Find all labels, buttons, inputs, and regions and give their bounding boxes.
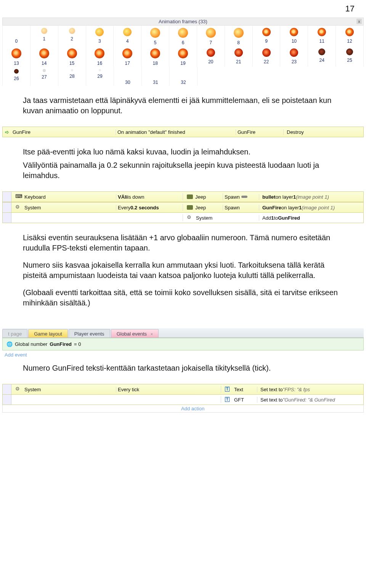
animation-frame-cell[interactable]: 4 bbox=[114, 26, 141, 46]
frame-number: 18 bbox=[141, 61, 169, 66]
event-sheet-block: Keyboard VÄli is down Jeep Spawn bullet … bbox=[2, 191, 364, 223]
gear-icon bbox=[15, 386, 22, 393]
frame-sprite bbox=[290, 48, 298, 57]
event-action-text: Destroy bbox=[287, 129, 304, 135]
frame-number: 32 bbox=[170, 80, 197, 85]
action-layer: 1 bbox=[299, 205, 302, 210]
global-variable-area: Global number GunFired = 0 bbox=[2, 338, 364, 350]
action-object: Jeep bbox=[195, 205, 206, 210]
frame-number: 10 bbox=[280, 39, 308, 44]
animation-frame-cell[interactable]: 13 bbox=[2, 46, 30, 67]
action-tail: (image point 1) bbox=[302, 205, 335, 210]
frame-sprite bbox=[69, 28, 75, 34]
event-arrow-icon: ➪ bbox=[3, 129, 11, 135]
animation-frame-cell[interactable]: 10 bbox=[280, 26, 308, 46]
frame-number: 31 bbox=[142, 80, 169, 85]
frame-number: 22 bbox=[253, 59, 280, 64]
event-gutter bbox=[3, 213, 11, 223]
animation-frame-cell[interactable]: 11 bbox=[308, 26, 336, 46]
action-text: Set text to bbox=[260, 397, 283, 403]
global-var-name: GunFired bbox=[50, 341, 72, 347]
paragraph: Ja taas varmistetaan että läpinäkyvä ele… bbox=[23, 95, 343, 116]
animation-frame-cell[interactable]: 15 bbox=[58, 46, 86, 67]
paragraph: Välilyöntiä painamalla ja 0.2 sekunnin r… bbox=[23, 160, 343, 181]
animation-frame-cell[interactable]: 30 bbox=[114, 67, 142, 86]
frame-sprite bbox=[262, 28, 271, 36]
animation-frame-cell[interactable]: 5 bbox=[141, 26, 169, 46]
frame-sprite bbox=[206, 28, 216, 38]
frame-sprite bbox=[207, 48, 215, 57]
animation-frame-cell[interactable]: 19 bbox=[169, 46, 197, 67]
animation-frames-panel: Animation frames (33) x 0123456789101112… bbox=[2, 18, 364, 86]
animation-frame-cell[interactable]: 29 bbox=[86, 67, 114, 86]
frame-number: 29 bbox=[86, 74, 114, 79]
add-action-link[interactable]: Add action bbox=[2, 405, 364, 413]
keyboard-icon bbox=[15, 193, 22, 200]
paragraph: (Globaali eventti tarkoittaa sitä, että … bbox=[23, 288, 343, 308]
frame-number: 26 bbox=[3, 76, 30, 81]
tab-close-icon[interactable]: × bbox=[151, 332, 153, 336]
animation-frame-cell[interactable]: 25 bbox=[336, 46, 364, 67]
animation-frame-cell[interactable]: 18 bbox=[141, 46, 169, 67]
text-icon bbox=[225, 396, 232, 403]
page-number: 17 bbox=[0, 0, 366, 14]
frame-sprite bbox=[122, 48, 132, 58]
frame-number: 2 bbox=[58, 36, 86, 42]
animation-frame-cell[interactable]: 6 bbox=[169, 26, 197, 46]
animation-frames-title: Animation frames (33) bbox=[159, 19, 207, 24]
action-tail: (image point 1) bbox=[296, 194, 329, 200]
animation-frame-cell[interactable]: 24 bbox=[308, 46, 336, 67]
animation-frame-cell[interactable]: 1 bbox=[30, 26, 58, 46]
frame-sprite bbox=[178, 48, 188, 58]
tab-trimmed[interactable]: t page bbox=[2, 329, 27, 337]
animation-frame-cell[interactable]: 26 bbox=[2, 67, 30, 86]
animation-frame-cell[interactable]: 17 bbox=[114, 46, 141, 67]
animation-frame-cell[interactable]: 23 bbox=[280, 46, 308, 67]
paragraph: Lisäksi eventin seurauksena lisätään +1 … bbox=[23, 233, 343, 253]
animation-frame-cell[interactable]: 28 bbox=[58, 67, 86, 86]
animation-frame-cell[interactable]: 12 bbox=[336, 26, 364, 46]
frame-sprite bbox=[41, 28, 47, 34]
animation-frame-cell[interactable]: 2 bbox=[58, 26, 86, 46]
animation-frame-cell[interactable]: 7 bbox=[197, 26, 225, 46]
global-var-prefix: Global number bbox=[15, 341, 47, 347]
frame-number: 9 bbox=[253, 39, 280, 44]
animation-frame-cell[interactable]: 9 bbox=[253, 26, 281, 46]
animation-frame-cell[interactable]: 0 bbox=[2, 26, 30, 46]
action-verb: Spawn bbox=[225, 194, 240, 200]
animation-frame-cell[interactable]: 20 bbox=[197, 46, 225, 67]
condition-bold: 0.2 seconds bbox=[130, 205, 159, 210]
frame-sprite bbox=[95, 48, 104, 58]
animation-frame-cell[interactable]: 27 bbox=[30, 67, 58, 86]
animation-frame-cell[interactable]: 3 bbox=[86, 26, 114, 46]
event-gutter bbox=[3, 395, 11, 405]
close-icon[interactable]: x bbox=[356, 19, 362, 24]
animation-frame-cell[interactable]: 8 bbox=[225, 26, 253, 46]
frame-number: 7 bbox=[197, 40, 225, 45]
frame-sprite bbox=[179, 69, 188, 77]
animation-frame-cell[interactable]: 22 bbox=[253, 46, 281, 67]
jeep-icon bbox=[187, 194, 193, 199]
add-event-link[interactable]: Add event bbox=[2, 350, 364, 359]
frame-sprite bbox=[234, 48, 243, 57]
paragraph: Numero siis kasvaa jokaisella kerralla k… bbox=[23, 260, 343, 281]
tab-global-events[interactable]: Global events × bbox=[111, 329, 159, 337]
action-layer: 1 bbox=[293, 194, 296, 200]
animation-frame-cell[interactable]: 16 bbox=[86, 46, 114, 67]
action-expr: & GunFired bbox=[310, 397, 335, 403]
tab-player-events[interactable]: Player events bbox=[69, 329, 110, 337]
tab-game-layout[interactable]: Game layout bbox=[28, 329, 68, 337]
animation-frame-cell[interactable]: 32 bbox=[170, 67, 197, 86]
frame-number: 0 bbox=[3, 39, 30, 44]
animation-frame-cell[interactable]: 21 bbox=[225, 46, 253, 67]
action-text: Add bbox=[262, 215, 271, 221]
frame-number: 15 bbox=[58, 61, 86, 66]
frame-sprite bbox=[95, 28, 104, 36]
frame-number: 16 bbox=[86, 61, 114, 66]
animation-frame-cell[interactable]: 14 bbox=[30, 46, 58, 67]
frame-number: 28 bbox=[58, 74, 86, 79]
action-spawn-name: bullet bbox=[262, 194, 276, 200]
animation-frame-cell[interactable]: 31 bbox=[142, 67, 170, 86]
condition-object: System bbox=[24, 205, 41, 210]
action-object: Text bbox=[234, 387, 243, 392]
